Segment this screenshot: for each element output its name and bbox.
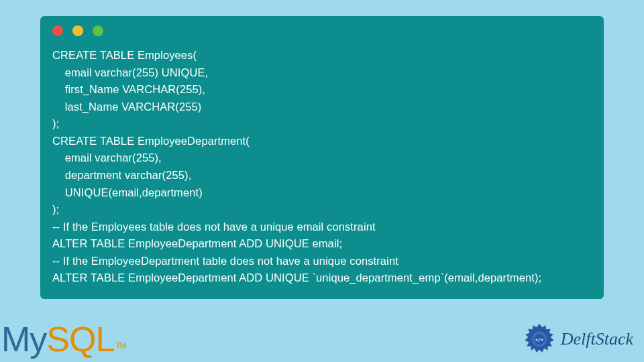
mysql-logo-sql: SQL bbox=[46, 319, 114, 359]
mysql-logo-my: My bbox=[1, 319, 46, 359]
delftstack-gear-icon: </> bbox=[522, 322, 557, 357]
window-controls bbox=[40, 16, 604, 43]
delftstack-text: DelftStack bbox=[561, 329, 633, 349]
delftstack-logo: </> DelftStack bbox=[522, 322, 640, 357]
minimize-icon bbox=[72, 25, 83, 36]
svg-text:</>: </> bbox=[535, 337, 543, 343]
code-window: CREATE TABLE Employees( email varchar(25… bbox=[40, 16, 604, 299]
mysql-logo: MySQLTM bbox=[1, 319, 126, 359]
mysql-logo-tm: TM bbox=[115, 341, 125, 351]
close-icon bbox=[52, 25, 63, 36]
code-content: CREATE TABLE Employees( email varchar(25… bbox=[40, 43, 604, 290]
maximize-icon bbox=[93, 25, 103, 36]
footer: MySQLTM </> DelftStack bbox=[0, 316, 644, 362]
